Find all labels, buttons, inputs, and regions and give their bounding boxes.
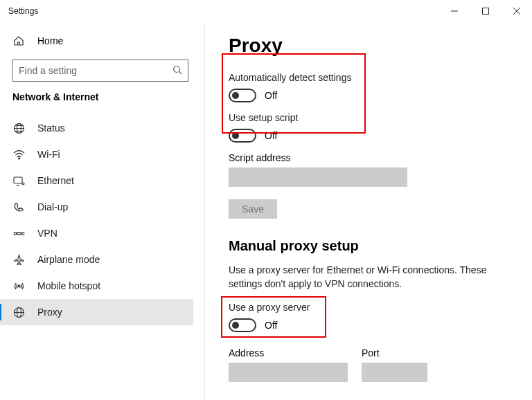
sidebar-item-dialup[interactable]: Dial-up: [0, 194, 193, 220]
search-input[interactable]: Find a setting: [12, 60, 188, 82]
manual-description: Use a proxy server for Ethernet or Wi-Fi…: [229, 264, 506, 291]
auto-detect-state: Off: [265, 90, 277, 101]
main-content: Proxy Automatically detect settings Off …: [205, 22, 532, 400]
nav-label: Dial-up: [37, 201, 68, 212]
search-placeholder-text: Find a setting: [19, 65, 77, 76]
airplane-icon: [12, 253, 25, 266]
address-label: Address: [229, 347, 348, 358]
home-icon: [12, 35, 25, 47]
use-proxy-state: Off: [265, 320, 277, 331]
svg-point-8: [21, 232, 24, 235]
svg-point-9: [18, 285, 20, 287]
svg-point-1: [174, 66, 180, 72]
svg-point-6: [22, 183, 24, 185]
home-label: Home: [37, 35, 63, 46]
maximize-button[interactable]: [470, 0, 501, 22]
titlebar: Settings: [0, 0, 532, 22]
window-controls: [438, 0, 532, 22]
svg-point-4: [18, 158, 19, 159]
nav-label: Mobile hotspot: [37, 280, 100, 291]
dialup-icon: [12, 201, 25, 213]
nav-label: Ethernet: [37, 175, 74, 186]
script-address-label: Script address: [229, 152, 515, 163]
wifi-icon: [12, 148, 25, 161]
vpn-icon: [12, 227, 25, 239]
page-title: Proxy: [229, 35, 515, 57]
nav-label: VPN: [37, 228, 57, 239]
save-button[interactable]: Save: [229, 199, 277, 219]
sidebar-item-airplane[interactable]: Airplane mode: [0, 246, 193, 273]
proxy-icon: [12, 306, 25, 318]
nav-label: Airplane mode: [37, 254, 100, 265]
status-icon: [12, 122, 25, 134]
port-label: Port: [362, 347, 427, 358]
toggle-knob: [232, 92, 239, 99]
nav-label: Proxy: [37, 307, 62, 318]
sidebar-item-vpn[interactable]: VPN: [0, 220, 193, 246]
manual-heading: Manual proxy setup: [229, 238, 515, 254]
ethernet-icon: [12, 174, 25, 187]
use-proxy-label: Use a proxy server: [229, 302, 515, 313]
category-title: Network & Internet: [12, 91, 193, 102]
selected-indicator: [0, 304, 1, 320]
setup-script-label: Use setup script: [229, 112, 515, 123]
sidebar-item-status[interactable]: Status: [0, 115, 193, 141]
nav-label: Wi-Fi: [37, 149, 60, 160]
svg-rect-5: [14, 177, 22, 183]
port-input[interactable]: [362, 363, 427, 382]
sidebar: Home Find a setting Network & Internet S…: [0, 22, 205, 400]
setup-script-toggle[interactable]: [229, 129, 256, 143]
hotspot-icon: [12, 280, 25, 292]
svg-point-7: [14, 232, 17, 235]
setup-script-state: Off: [265, 130, 277, 141]
minimize-button[interactable]: [438, 0, 470, 22]
sidebar-item-ethernet[interactable]: Ethernet: [0, 167, 193, 194]
sidebar-item-hotspot[interactable]: Mobile hotspot: [0, 273, 193, 299]
auto-detect-label: Automatically detect settings: [229, 72, 515, 83]
address-input[interactable]: [229, 363, 348, 382]
sidebar-item-proxy[interactable]: Proxy: [0, 299, 193, 325]
use-proxy-toggle[interactable]: [229, 318, 256, 332]
sidebar-item-wifi[interactable]: Wi-Fi: [0, 141, 193, 167]
nav-label: Status: [37, 122, 65, 134]
script-address-input[interactable]: [229, 167, 407, 187]
home-nav[interactable]: Home: [0, 28, 193, 54]
auto-detect-toggle[interactable]: [229, 89, 256, 102]
toggle-knob: [232, 322, 239, 329]
search-icon: [172, 65, 182, 77]
close-button[interactable]: [501, 0, 532, 22]
window-title: Settings: [8, 6, 38, 16]
toggle-knob: [232, 132, 239, 139]
svg-rect-0: [482, 8, 488, 15]
